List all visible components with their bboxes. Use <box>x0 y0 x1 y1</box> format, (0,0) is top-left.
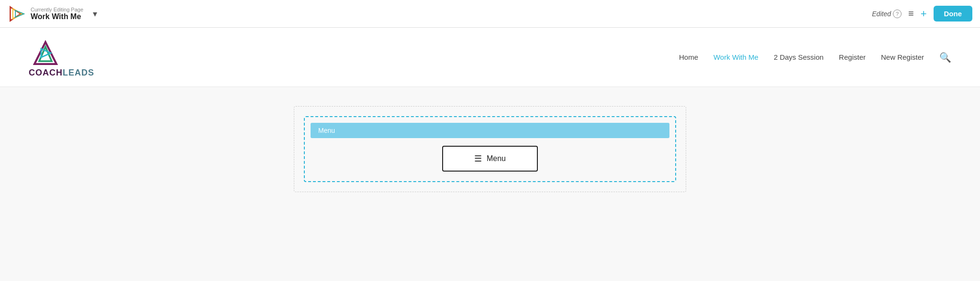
menu-button-wrapper: ☰ Menu <box>311 146 669 172</box>
page-dropdown-chevron[interactable]: ▾ <box>93 9 97 19</box>
search-icon[interactable]: 🔍 <box>939 52 951 63</box>
top-bar: Currently Editing Page Work With Me ▾ Ed… <box>0 0 980 28</box>
nav-item-register[interactable]: Register <box>839 53 866 61</box>
lines-menu-icon[interactable]: ≡ <box>908 8 914 19</box>
nav-item-work-with-me[interactable]: Work With Me <box>713 53 758 61</box>
hamburger-icon: ☰ <box>474 153 482 164</box>
brand-name-leads: LEADS <box>63 68 94 77</box>
play-logo-icon <box>8 5 25 22</box>
top-bar-text: Currently Editing Page Work With Me <box>31 7 83 21</box>
help-icon[interactable]: ? <box>893 10 902 18</box>
site-header: COACHLEADS Home Work With Me 2 Days Sess… <box>0 28 980 87</box>
site-nav: Home Work With Me 2 Days Session Registe… <box>679 52 951 63</box>
done-button[interactable]: Done <box>934 6 973 22</box>
outer-dashed-region: Menu ☰ Menu <box>294 106 686 192</box>
top-bar-left: Currently Editing Page Work With Me ▾ <box>8 5 97 22</box>
inner-dashed-region[interactable]: Menu ☰ Menu <box>304 116 676 182</box>
nav-item-new-register[interactable]: New Register <box>881 53 924 61</box>
brand-icon: COACHLEADS <box>29 36 94 78</box>
top-bar-right: Edited ? ≡ + Done <box>872 6 972 22</box>
menu-button-label: Menu <box>487 154 506 163</box>
page-name-label: Work With Me <box>31 12 83 21</box>
nav-item-home[interactable]: Home <box>679 53 698 61</box>
edited-text: Edited <box>872 10 891 18</box>
brand-name-coach: COACH <box>29 68 63 77</box>
brand-logo-area: COACHLEADS <box>29 36 94 78</box>
content-area: Menu ☰ Menu <box>0 87 980 230</box>
add-icon[interactable]: + <box>921 8 927 20</box>
menu-section-label: Menu <box>311 123 669 138</box>
currently-editing-label: Currently Editing Page <box>31 7 83 12</box>
nav-item-2days-session[interactable]: 2 Days Session <box>774 53 824 61</box>
menu-button[interactable]: ☰ Menu <box>442 146 538 172</box>
outer-dashed-wrapper: Menu ☰ Menu <box>29 106 951 192</box>
coach-leads-logo-svg <box>29 36 62 70</box>
edited-status: Edited ? <box>872 10 902 18</box>
